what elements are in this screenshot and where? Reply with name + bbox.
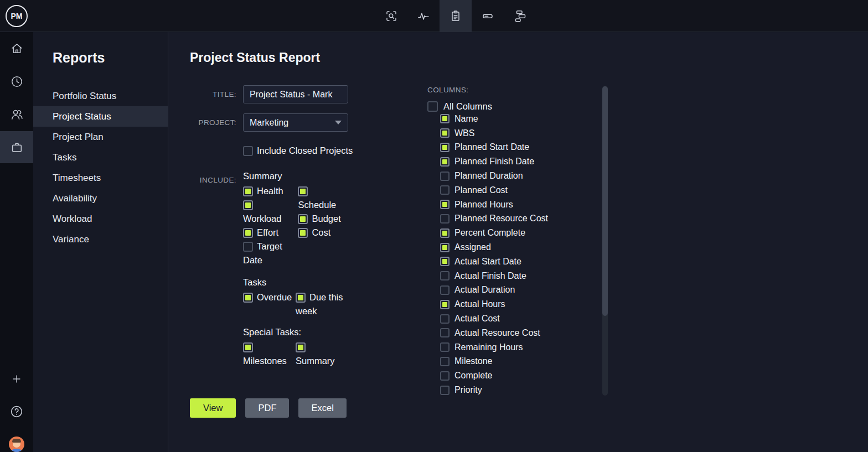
home-icon[interactable] bbox=[0, 32, 33, 64]
timeline-bar-icon[interactable] bbox=[472, 0, 504, 32]
column-checkbox-row[interactable]: Planned Duration bbox=[440, 169, 604, 183]
pm-logo[interactable]: PM bbox=[6, 5, 28, 27]
checkbox-icon[interactable] bbox=[298, 228, 308, 238]
include-closed-checkbox[interactable]: Include Closed Projects bbox=[243, 144, 353, 158]
sidebar-report-item[interactable]: Tasks bbox=[33, 147, 168, 168]
summary-col-2: Schedule Budget Cost bbox=[298, 184, 347, 240]
project-label: PROJECT: bbox=[190, 113, 236, 132]
checkbox-icon[interactable] bbox=[243, 293, 253, 303]
checkbox-icon[interactable] bbox=[440, 157, 450, 167]
sidebar-report-item[interactable]: Timesheets bbox=[33, 168, 168, 188]
topbar-tabs bbox=[375, 0, 536, 32]
checkbox-icon[interactable] bbox=[440, 371, 450, 381]
checkbox-icon[interactable] bbox=[440, 328, 450, 337]
checkbox-icon[interactable] bbox=[440, 342, 450, 352]
checkbox-icon[interactable] bbox=[243, 228, 253, 238]
option-checkbox[interactable]: Schedule bbox=[298, 184, 347, 212]
option-checkbox[interactable]: Summary bbox=[296, 340, 345, 368]
checkbox-icon[interactable] bbox=[440, 185, 450, 195]
checkbox-icon[interactable] bbox=[440, 357, 450, 366]
report-clipboard-icon[interactable] bbox=[440, 0, 472, 32]
option-checkbox[interactable]: Health bbox=[243, 184, 292, 198]
sidebar-report-item[interactable]: Workload bbox=[33, 209, 168, 229]
report-title-input[interactable] bbox=[243, 85, 348, 103]
column-checkbox-row[interactable]: Assigned bbox=[440, 240, 604, 254]
checkbox-icon[interactable] bbox=[243, 186, 253, 196]
option-checkbox[interactable]: Milestones bbox=[243, 340, 292, 368]
checkbox-icon[interactable] bbox=[243, 242, 253, 252]
option-checkbox[interactable]: Workload bbox=[243, 198, 292, 226]
action-button[interactable]: Excel bbox=[298, 398, 346, 418]
box-search-icon[interactable] bbox=[375, 0, 407, 32]
column-checkbox-row[interactable]: Actual Start Date bbox=[440, 254, 604, 269]
column-checkbox-row[interactable]: Planned Resource Cost bbox=[440, 212, 604, 226]
plus-icon[interactable] bbox=[0, 363, 33, 395]
action-button[interactable]: PDF bbox=[245, 398, 289, 418]
page-title: Project Status Report bbox=[190, 50, 320, 65]
option-checkbox[interactable]: Due this week bbox=[296, 290, 345, 318]
checkbox-icon[interactable] bbox=[440, 386, 450, 395]
special-tasks-options: Milestones Summary bbox=[243, 340, 350, 368]
column-checkbox-row[interactable]: Milestone bbox=[440, 355, 604, 369]
workflow-icon[interactable] bbox=[504, 0, 536, 32]
checkbox-icon[interactable] bbox=[243, 200, 253, 210]
column-checkbox-row[interactable]: Planned Finish Date bbox=[440, 154, 604, 169]
checkbox-icon[interactable] bbox=[440, 214, 450, 224]
scrollbar-thumb[interactable] bbox=[602, 86, 608, 316]
column-checkbox-row[interactable]: Percent Complete bbox=[440, 226, 604, 240]
user-avatar[interactable] bbox=[0, 428, 33, 452]
checkbox-icon[interactable] bbox=[296, 293, 306, 303]
checkbox-icon[interactable] bbox=[298, 186, 308, 196]
option-checkbox[interactable]: Effort bbox=[243, 226, 292, 240]
column-checkbox-row[interactable]: Actual Hours bbox=[440, 297, 604, 311]
checkbox-icon[interactable] bbox=[440, 271, 450, 280]
action-button[interactable]: View bbox=[190, 398, 236, 418]
column-checkbox-row[interactable]: Actual Resource Cost bbox=[440, 326, 604, 340]
checkbox-icon[interactable] bbox=[427, 101, 438, 112]
columns-scrollbar[interactable] bbox=[602, 86, 608, 396]
checkbox-icon[interactable] bbox=[440, 300, 450, 309]
checkbox-icon[interactable] bbox=[243, 342, 253, 352]
option-checkbox[interactable]: Overdue bbox=[243, 290, 292, 304]
column-checkbox-row[interactable]: Planned Cost bbox=[440, 183, 604, 198]
sidebar-report-item[interactable]: Project Status bbox=[33, 106, 168, 127]
checkbox-icon[interactable] bbox=[440, 243, 450, 252]
team-icon[interactable] bbox=[0, 98, 33, 131]
column-checkbox-row[interactable]: WBS bbox=[440, 126, 604, 141]
all-columns-checkbox[interactable]: All Columns bbox=[427, 101, 492, 111]
sidebar-report-item[interactable]: Portfolio Status bbox=[33, 86, 168, 106]
column-checkbox-row[interactable]: Planned Hours bbox=[440, 198, 604, 212]
checkbox-icon[interactable] bbox=[298, 214, 308, 224]
checkbox-icon[interactable] bbox=[243, 146, 253, 156]
column-checkbox-row[interactable]: Actual Duration bbox=[440, 283, 604, 298]
sidebar-report-item[interactable]: Availability bbox=[33, 188, 168, 209]
summary-group: Summary Health Workload Effort Target Da… bbox=[243, 171, 350, 267]
option-checkbox[interactable]: Cost bbox=[298, 226, 347, 240]
option-checkbox[interactable]: Target Date bbox=[243, 240, 292, 267]
project-select[interactable]: Marketing bbox=[243, 113, 348, 132]
checkbox-icon[interactable] bbox=[440, 228, 450, 238]
option-checkbox[interactable]: Budget bbox=[298, 212, 347, 226]
checkbox-icon[interactable] bbox=[440, 114, 450, 123]
column-checkbox-row[interactable]: Priority bbox=[440, 383, 604, 397]
help-icon[interactable] bbox=[0, 396, 33, 428]
checkbox-icon[interactable] bbox=[296, 342, 306, 352]
checkbox-icon[interactable] bbox=[440, 143, 450, 152]
checkbox-icon[interactable] bbox=[440, 314, 450, 324]
sidebar-report-item[interactable]: Variance bbox=[33, 229, 168, 250]
column-checkbox-row[interactable]: Actual Cost bbox=[440, 311, 604, 326]
checkbox-icon[interactable] bbox=[440, 128, 450, 138]
column-checkbox-row[interactable]: Planned Start Date bbox=[440, 141, 604, 155]
checkbox-icon[interactable] bbox=[440, 172, 450, 181]
checkbox-icon[interactable] bbox=[440, 285, 450, 295]
projects-briefcase-icon[interactable] bbox=[0, 131, 33, 163]
clock-icon[interactable] bbox=[0, 65, 33, 97]
checkbox-icon[interactable] bbox=[440, 257, 450, 266]
checkbox-icon[interactable] bbox=[440, 200, 450, 209]
column-checkbox-row[interactable]: Name bbox=[440, 112, 604, 126]
column-checkbox-row[interactable]: Actual Finish Date bbox=[440, 269, 604, 283]
sidebar-report-item[interactable]: Project Plan bbox=[33, 127, 168, 147]
column-checkbox-row[interactable]: Remaining Hours bbox=[440, 340, 604, 355]
activity-icon[interactable] bbox=[407, 0, 440, 32]
column-checkbox-row[interactable]: Complete bbox=[440, 368, 604, 383]
